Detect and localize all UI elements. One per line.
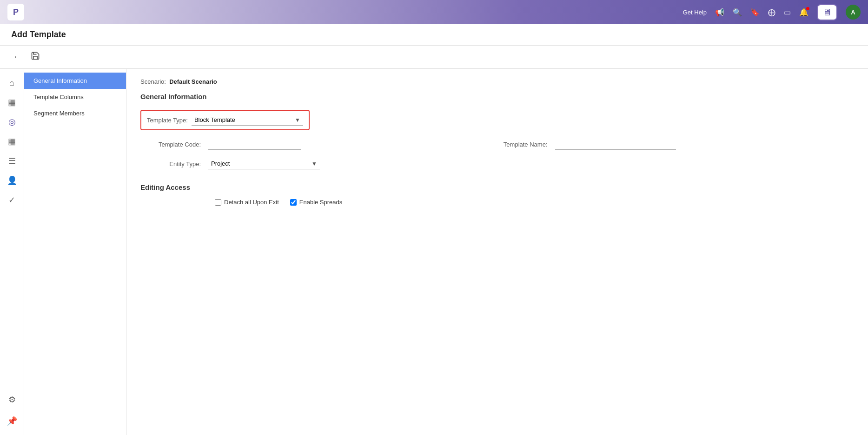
notification-badge <box>806 7 809 10</box>
bell-icon[interactable]: 🔔 <box>799 8 808 17</box>
bookmark-icon[interactable]: 🔖 <box>750 8 760 17</box>
spreads-checkbox-item[interactable]: Enable Spreads <box>290 199 343 206</box>
nav-item-segment-members[interactable]: Segment Members <box>24 105 126 121</box>
crosshair-icon[interactable]: ⨁ <box>768 8 775 17</box>
template-type-highlight-box: Template Type: Block Template Simple Tem… <box>140 110 310 130</box>
section-title-general: General Information <box>140 93 854 100</box>
nav-item-template-columns[interactable]: Template Columns <box>24 89 126 105</box>
template-type-row: Template Type: Block Template Simple Tem… <box>140 110 854 130</box>
left-nav: General Information Template Columns Seg… <box>24 69 126 435</box>
nav-gear[interactable]: ⚙ <box>4 393 20 410</box>
template-name-label: Template Name: <box>487 141 548 148</box>
main-content: Scenario: Default Scenario General Infor… <box>126 69 868 435</box>
checkbox-row: Detach all Upon Exit Enable Spreads <box>215 199 854 206</box>
search-icon[interactable]: 🔍 <box>733 8 742 17</box>
content-panel: General Information Template Columns Seg… <box>24 69 868 435</box>
entity-type-select-wrapper: Project Task Resource ▼ <box>208 158 320 169</box>
entity-type-select[interactable]: Project Task Resource <box>208 158 320 169</box>
chip-icon: 🖥 <box>822 7 832 18</box>
page-title: Add Template <box>11 30 857 40</box>
template-type-select-wrapper: Block Template Simple Template Grid Temp… <box>192 114 303 126</box>
get-help-link[interactable]: Get Help <box>683 9 707 16</box>
scenario-value: Default Scenario <box>169 78 217 85</box>
detach-label: Detach all Upon Exit <box>224 199 279 206</box>
topbar-right: Get Help 📢 🔍 🔖 ⨁ ▭ 🔔 🖥 A <box>683 4 861 20</box>
topbar: P Get Help 📢 🔍 🔖 ⨁ ▭ 🔔 🖥 A <box>0 0 868 24</box>
back-button[interactable]: ← <box>11 50 23 64</box>
main-layout: ⌂ ▦ ◎ ▦ ☰ 👤 ✓ ⚙ 📌 General Information Te… <box>0 69 868 435</box>
megaphone-icon[interactable]: 📢 <box>715 8 724 17</box>
template-type-label: Template Type: <box>147 117 188 124</box>
editing-access-title: Editing Access <box>140 183 854 191</box>
nav-pin[interactable]: 📌 <box>4 413 20 429</box>
nav-bars[interactable]: ☰ <box>4 153 20 169</box>
template-code-input[interactable] <box>208 139 301 150</box>
template-type-select[interactable]: Block Template Simple Template Grid Temp… <box>192 114 303 126</box>
toolbar: ← <box>0 46 868 69</box>
nav-item-general-information[interactable]: General Information <box>24 73 126 89</box>
template-code-label: Template Code: <box>140 141 201 148</box>
nav-home[interactable]: ⌂ <box>4 74 20 91</box>
template-name-input[interactable] <box>555 139 676 150</box>
app-nav: ⌂ ▦ ◎ ▦ ☰ 👤 ✓ ⚙ 📌 <box>0 69 24 435</box>
template-code-name-row: Template Code: Template Name: <box>140 139 854 150</box>
spreads-checkbox[interactable] <box>290 199 297 206</box>
nav-check[interactable]: ✓ <box>4 192 20 208</box>
save-button[interactable] <box>29 49 42 65</box>
nav-grid[interactable]: ▦ <box>4 133 20 150</box>
editing-access-section: Editing Access Detach all Upon Exit Enab… <box>140 183 854 206</box>
nav-person[interactable]: 👤 <box>4 172 20 189</box>
detach-checkbox-item[interactable]: Detach all Upon Exit <box>215 199 279 206</box>
entity-type-label: Entity Type: <box>140 161 201 167</box>
spreads-label: Enable Spreads <box>299 199 343 206</box>
nav-layers[interactable]: ▦ <box>4 94 20 111</box>
cube-icon[interactable]: ▭ <box>784 8 791 17</box>
page-title-bar: Add Template <box>0 24 868 46</box>
active-module-button[interactable]: 🖥 <box>817 4 837 20</box>
entity-type-row: Entity Type: Project Task Resource ▼ <box>140 158 854 169</box>
user-avatar[interactable]: A <box>846 5 861 20</box>
scenario-label: Scenario: Default Scenario <box>140 78 854 85</box>
detach-checkbox[interactable] <box>215 199 221 206</box>
general-information-section: General Information Template Type: Block… <box>140 93 854 169</box>
nav-target[interactable]: ◎ <box>4 114 20 130</box>
topbar-left: P <box>7 4 24 20</box>
app-logo[interactable]: P <box>7 4 24 20</box>
